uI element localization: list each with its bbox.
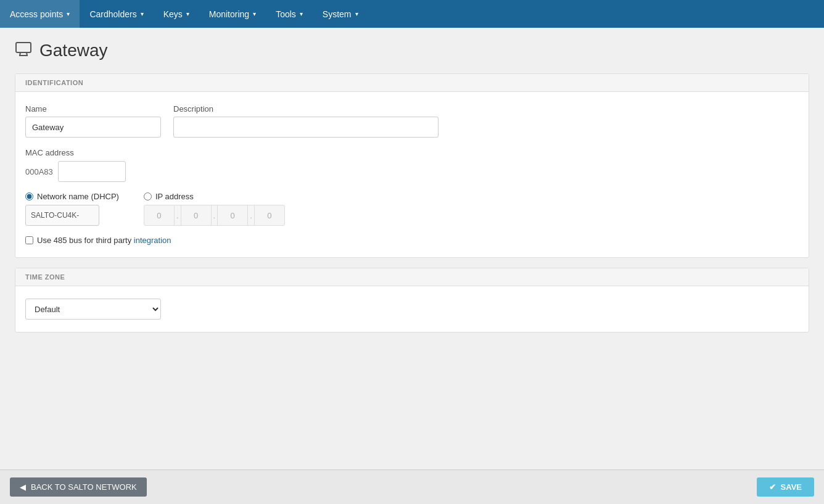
nav-keys-label: Keys xyxy=(163,9,183,19)
mac-row: 000A83 xyxy=(25,161,799,182)
main-nav: Access points ▾ Cardholders ▾ Keys ▾ Mon… xyxy=(0,0,824,28)
nav-system[interactable]: System ▾ xyxy=(313,0,368,28)
ip-address-label: IP address xyxy=(155,192,194,201)
ip-fields: . . . xyxy=(144,205,285,226)
nav-keys-caret: ▾ xyxy=(186,10,189,17)
nav-monitoring-caret: ▾ xyxy=(253,10,256,17)
mac-label: MAC address xyxy=(25,148,74,157)
name-label: Name xyxy=(25,104,161,114)
identification-card: IDENTIFICATION Name Description MAC addr… xyxy=(15,73,809,258)
nav-cardholders-caret: ▾ xyxy=(141,10,144,17)
page-title: Gateway xyxy=(39,41,108,60)
network-ip-row: Network name (DHCP) IP address . . xyxy=(25,192,799,226)
name-input[interactable] xyxy=(25,117,161,138)
nav-access-points[interactable]: Access points ▾ xyxy=(0,0,80,28)
ip-dot-2: . xyxy=(212,205,218,226)
nav-cardholders-label: Cardholders xyxy=(89,9,136,19)
mac-prefix: 000A83 xyxy=(25,167,53,176)
back-icon: ◀ xyxy=(20,482,26,492)
timezone-header: TIME ZONE xyxy=(15,268,809,286)
save-label: SAVE xyxy=(781,482,802,492)
nav-tools[interactable]: Tools ▾ xyxy=(266,0,313,28)
mac-section: MAC address 000A83 xyxy=(25,147,799,182)
page-title-row: Gateway xyxy=(15,40,809,61)
mac-suffix-input[interactable] xyxy=(58,161,126,182)
ip-address-radio-label[interactable]: IP address xyxy=(144,192,285,201)
ip-dot-1: . xyxy=(175,205,181,226)
timezone-body: Default xyxy=(15,286,809,332)
description-input[interactable] xyxy=(173,117,439,138)
ip-octet-1[interactable] xyxy=(144,205,175,226)
identification-body: Name Description MAC address 000A83 xyxy=(15,92,809,257)
ip-octet-3[interactable] xyxy=(217,205,248,226)
nav-access-points-label: Access points xyxy=(10,9,63,19)
use-485-text-part1: Use 485 bus for third party xyxy=(37,236,134,245)
ip-group: IP address . . . xyxy=(144,192,285,226)
save-button[interactable]: ✔ SAVE xyxy=(757,477,814,497)
description-group: Description xyxy=(173,104,439,138)
timezone-select[interactable]: Default xyxy=(25,299,161,320)
ip-octet-2[interactable] xyxy=(181,205,212,226)
timezone-card: TIME ZONE Default xyxy=(15,268,809,333)
identification-header: IDENTIFICATION xyxy=(15,74,809,92)
nav-system-label: System xyxy=(323,9,352,19)
network-name-label: Network name (DHCP) xyxy=(37,192,119,201)
use-485-checkbox[interactable] xyxy=(25,236,33,244)
gateway-icon xyxy=(15,40,32,61)
save-check-icon: ✔ xyxy=(769,482,776,492)
checkbox-row: Use 485 bus for third party integration xyxy=(25,236,799,245)
nav-access-points-caret: ▾ xyxy=(67,10,70,17)
back-button[interactable]: ◀ BACK TO SALTO NETWORK xyxy=(10,477,147,497)
nav-cardholders[interactable]: Cardholders ▾ xyxy=(80,0,153,28)
ip-address-radio[interactable] xyxy=(144,192,152,200)
network-name-radio[interactable] xyxy=(25,192,33,200)
nav-monitoring-label: Monitoring xyxy=(209,9,249,19)
network-name-radio-label[interactable]: Network name (DHCP) xyxy=(25,192,119,201)
back-label: BACK TO SALTO NETWORK xyxy=(31,482,137,492)
network-name-group: Network name (DHCP) xyxy=(25,192,119,226)
footer: ◀ BACK TO SALTO NETWORK ✔ SAVE xyxy=(0,469,824,504)
nav-monitoring[interactable]: Monitoring ▾ xyxy=(199,0,266,28)
main-content: Gateway IDENTIFICATION Name Description … xyxy=(0,28,824,469)
name-group: Name xyxy=(25,104,161,138)
network-name-input[interactable] xyxy=(25,205,99,226)
ip-octet-4[interactable] xyxy=(254,205,285,226)
nav-tools-caret: ▾ xyxy=(300,10,303,17)
name-description-row: Name Description xyxy=(25,104,799,138)
description-label: Description xyxy=(173,104,439,114)
nav-tools-label: Tools xyxy=(276,9,296,19)
svg-rect-0 xyxy=(16,43,31,52)
nav-system-caret: ▾ xyxy=(355,10,358,17)
use-485-text-part2: integration xyxy=(134,236,171,245)
ip-dot-3: . xyxy=(248,205,254,226)
use-485-label[interactable]: Use 485 bus for third party integration xyxy=(37,236,171,245)
nav-keys[interactable]: Keys ▾ xyxy=(154,0,199,28)
